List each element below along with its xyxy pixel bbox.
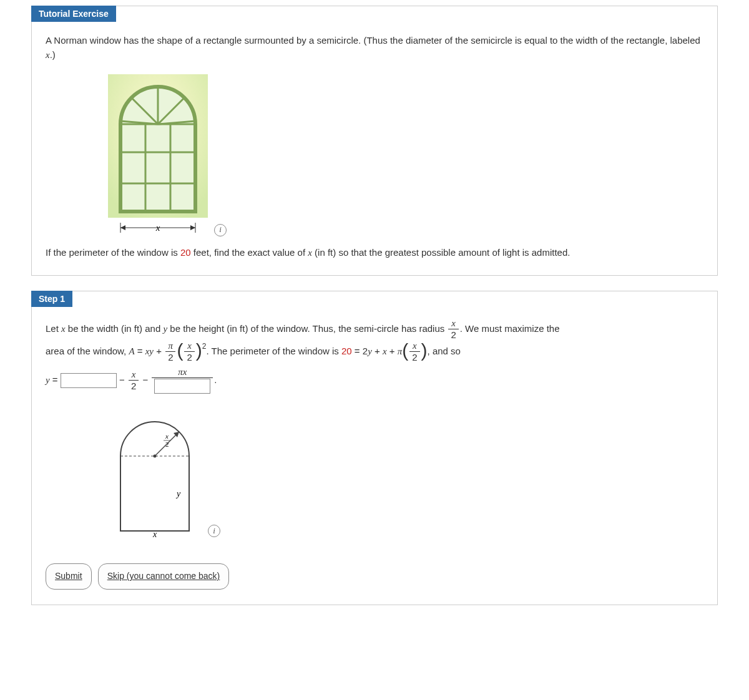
step1-line2: area of the window, A = xy + π2(x2)2. Th…	[46, 341, 703, 363]
answer-input-1[interactable]	[61, 373, 117, 388]
skip-button[interactable]: Skip (you cannot come back)	[98, 563, 230, 590]
svg-marker-15	[190, 225, 195, 230]
svg-text:x: x	[155, 223, 160, 233]
svg-point-20	[154, 455, 157, 458]
submit-button[interactable]: Submit	[46, 563, 92, 590]
step1-header: Step 1	[31, 291, 72, 307]
step1-section: Step 1 Let x be the width (in ft) and y …	[31, 291, 718, 605]
svg-text:y: y	[175, 489, 181, 498]
tutorial-section: Tutorial Exercise A Norman window has th…	[31, 6, 718, 276]
perimeter-statement: If the perimeter of the window is 20 fee…	[46, 245, 703, 260]
svg-marker-14	[120, 225, 125, 230]
step1-y-equation: y = − x2 − πx.	[46, 367, 703, 394]
norman-window-illustration: x	[108, 74, 208, 236]
svg-text:2: 2	[165, 440, 169, 448]
norman-diagram-svg: x y x 2	[108, 412, 202, 537]
step1-diagram: x y x 2 i	[108, 412, 703, 537]
step1-line1: Let x be the width (in ft) and y be the …	[46, 318, 703, 341]
answer-input-2[interactable]	[154, 379, 210, 394]
info-icon[interactable]: i	[214, 224, 227, 236]
svg-text:x: x	[165, 432, 169, 440]
info-icon[interactable]: i	[208, 525, 220, 537]
tutorial-header: Tutorial Exercise	[31, 6, 116, 22]
problem-statement: A Norman window has the shape of a recta…	[46, 33, 703, 63]
window-figure: x i	[108, 74, 703, 236]
